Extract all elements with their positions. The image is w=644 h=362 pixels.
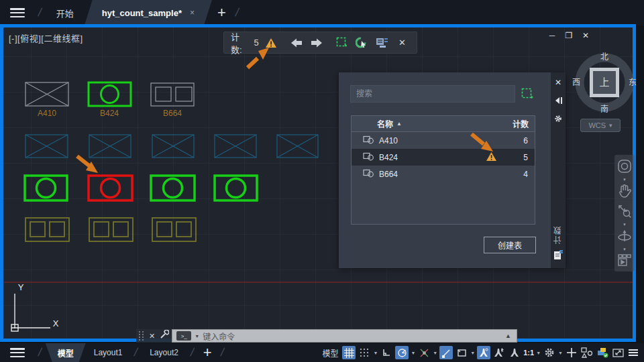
customization-menu-icon[interactable] xyxy=(627,346,640,359)
block-def-B664[interactable] xyxy=(151,83,194,106)
viewcube-west: 西 xyxy=(572,78,580,87)
wcs-dropdown[interactable]: WCS ▾ xyxy=(580,119,621,132)
tab-layout2[interactable]: Layout2 xyxy=(142,343,186,362)
crosshair-plus-icon[interactable] xyxy=(565,346,578,359)
block-def-A410[interactable] xyxy=(25,82,68,106)
model-space-toggle[interactable]: 模型 xyxy=(322,347,338,359)
isolate-objects-icon[interactable] xyxy=(580,346,594,359)
count-list-icon[interactable] xyxy=(374,35,390,51)
navbar-caret-icon[interactable]: ▼ xyxy=(623,247,627,251)
app-menu-icon[interactable] xyxy=(10,8,25,17)
viewport-controls-label[interactable]: [-][俯视][二维线框] xyxy=(9,32,83,44)
annotation-scale-value[interactable]: 1:1 xyxy=(523,349,534,357)
command-caret-icon[interactable]: ▼ xyxy=(195,334,199,339)
new-layout-button[interactable]: + xyxy=(203,345,212,360)
dyninput-caret-icon[interactable]: ▼ xyxy=(470,351,475,355)
tab-drawing[interactable]: hyt_count_sample* × xyxy=(85,0,212,25)
grid-toggle-icon[interactable] xyxy=(342,346,356,359)
block-name: B424 xyxy=(379,153,398,162)
layout-separator: / xyxy=(37,346,43,359)
blocks-A410-instances[interactable] xyxy=(25,135,318,158)
select-region-icon[interactable] xyxy=(334,35,350,51)
pan-hand-icon[interactable] xyxy=(618,184,631,201)
settings-caret-icon[interactable]: ▼ xyxy=(558,351,563,355)
table-row-a410[interactable]: A410 6 xyxy=(352,132,535,149)
show-motion-icon[interactable] xyxy=(617,253,632,269)
polar-caret-icon[interactable]: ▼ xyxy=(411,351,415,355)
next-arrow-icon[interactable] xyxy=(309,35,324,51)
scale-caret-icon[interactable]: ▼ xyxy=(536,351,541,355)
properties-gear-icon[interactable] xyxy=(553,113,564,124)
snap-caret-icon[interactable]: ▼ xyxy=(373,351,378,355)
annotation-scale-icon[interactable] xyxy=(508,346,521,359)
close-count-icon[interactable]: ✕ xyxy=(394,35,410,51)
dynamic-input-icon[interactable] xyxy=(455,346,468,359)
minimize-icon[interactable]: ─ xyxy=(547,31,557,40)
command-prompt-icon[interactable]: >_ xyxy=(176,331,191,341)
command-close-icon[interactable]: ✕ xyxy=(149,332,155,341)
polar-tracking-icon[interactable] xyxy=(395,346,409,359)
close-icon[interactable]: ✕ xyxy=(580,31,591,40)
count-panel: 名称 ▲ 计数 A410 6 B424 xyxy=(339,72,566,268)
command-input-bar[interactable]: >_ ▼ 键入命令 ▲ xyxy=(172,329,517,343)
tab-layout1-label: Layout1 xyxy=(94,348,123,357)
ortho-toggle-icon[interactable] xyxy=(380,346,393,359)
navbar-caret-icon[interactable]: ▼ xyxy=(623,178,627,182)
tab-layout1[interactable]: Layout1 xyxy=(86,343,131,362)
block-def-B424[interactable] xyxy=(89,82,131,106)
object-snap-tracking-icon[interactable] xyxy=(417,346,431,359)
snap-toggle-icon[interactable] xyxy=(358,346,371,359)
annotation-visibility-icon[interactable] xyxy=(477,346,490,359)
count-column-header[interactable]: 计数 xyxy=(513,118,535,129)
create-table-button[interactable]: 创建表 xyxy=(484,237,536,253)
auto-hide-pin-icon[interactable] xyxy=(553,95,564,106)
table-row-b664[interactable]: B664 4 xyxy=(352,166,535,182)
tracking-caret-icon[interactable]: ▼ xyxy=(433,351,437,355)
previous-arrow-icon[interactable] xyxy=(288,35,304,51)
viewcube-north: 北 xyxy=(600,52,608,62)
layout-separator: / xyxy=(189,346,195,359)
layout-menu-icon[interactable] xyxy=(10,348,25,357)
annotation-autoscale-icon[interactable] xyxy=(492,346,506,359)
blocks-B424-instances[interactable] xyxy=(25,176,257,200)
blocks-B664-instances[interactable] xyxy=(25,218,196,241)
settings-gear-icon[interactable] xyxy=(543,346,556,359)
panel-close-icon[interactable]: ✕ xyxy=(553,77,564,88)
name-column-header[interactable]: 名称 xyxy=(377,118,393,129)
zoom-icon[interactable] xyxy=(617,204,632,221)
tab-close-icon[interactable]: × xyxy=(190,8,195,17)
drag-grip-icon[interactable] xyxy=(139,331,144,341)
navbar-caret-icon[interactable]: ▼ xyxy=(623,223,627,227)
count-palette-icon[interactable] xyxy=(553,250,564,263)
tab-model[interactable]: 模型 xyxy=(46,343,86,362)
tab-separator: / xyxy=(37,6,43,19)
block-count: 5 xyxy=(523,153,535,162)
panel-title-vertical: 计数 xyxy=(552,225,564,244)
count-table-header[interactable]: 名称 ▲ 计数 xyxy=(352,116,535,132)
select-objects-icon[interactable] xyxy=(521,88,533,103)
block-label-A410: A410 xyxy=(38,109,56,118)
table-row-b424[interactable]: B424 5 xyxy=(352,149,535,166)
navigation-wheel-icon[interactable] xyxy=(617,159,632,176)
hardware-acceleration-icon[interactable] xyxy=(596,346,609,359)
tab-drawing-label: hyt_count_sample* xyxy=(102,8,182,18)
block-B424-highlighted-red[interactable] xyxy=(89,176,132,200)
object-snap-icon[interactable] xyxy=(439,346,453,359)
clean-screen-icon[interactable] xyxy=(611,346,625,359)
tab-start[interactable]: 开始 xyxy=(46,0,85,25)
sort-ascending-icon: ▲ xyxy=(396,121,402,127)
drawing-window-controls: ─ ❐ ✕ xyxy=(547,31,591,40)
tab-separator: / xyxy=(234,6,240,19)
pick-object-icon[interactable] xyxy=(354,35,370,51)
new-tab-button[interactable]: + xyxy=(217,5,226,20)
command-placeholder[interactable]: 键入命令 xyxy=(203,330,502,342)
drawing-viewport[interactable]: A410 B424 B664 xyxy=(0,24,636,342)
customize-wrench-icon[interactable] xyxy=(160,330,169,342)
ucs-x-label: X xyxy=(53,318,59,328)
orbit-icon[interactable] xyxy=(616,229,633,246)
status-bar: / 模型 Layout1 / Layout2 / + / 模型 ▼ ▼ xyxy=(0,343,644,362)
restore-icon[interactable]: ❐ xyxy=(564,31,574,40)
search-input[interactable] xyxy=(350,85,515,103)
command-collapse-icon[interactable]: ▲ xyxy=(505,333,513,339)
status-toggles: 模型 ▼ ▼ ▼ ▼ xyxy=(320,346,644,359)
